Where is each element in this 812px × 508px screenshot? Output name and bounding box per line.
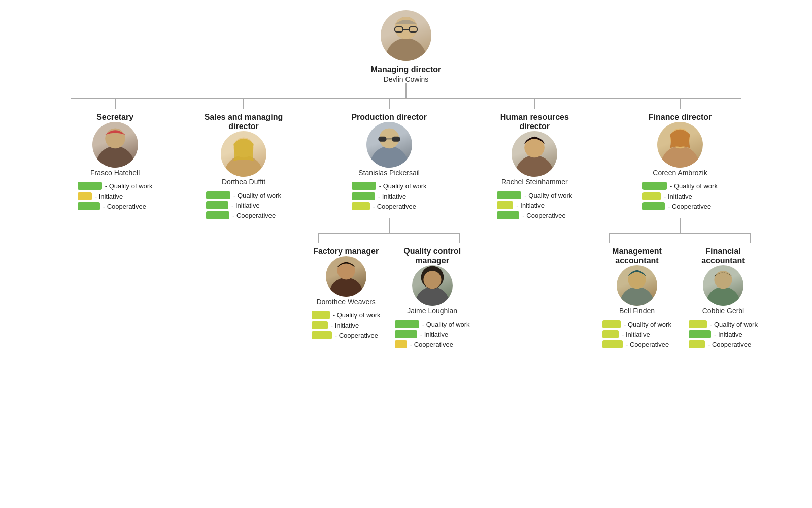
metric-row: - Initiative (497, 201, 572, 209)
metric-row: - Quality of work (352, 182, 427, 190)
metric-label: - Cooperativee (410, 341, 453, 348)
metric-bar (206, 191, 230, 199)
finance-level2-row: Management accountant Bell Finden (599, 243, 761, 348)
svg-point-25 (620, 287, 654, 306)
metric-row: - Cooperativee (312, 331, 381, 339)
vline-secretary (115, 99, 116, 109)
svg-point-23 (661, 146, 699, 168)
metric-bar (689, 340, 705, 348)
factory-title: Factory manager (313, 247, 379, 256)
top-node: Managing director Devlin Cowins (371, 10, 442, 83)
qc-title: Quality control manager (399, 247, 465, 265)
metric-label: - Quality of work (233, 192, 281, 199)
metric-bar (312, 311, 330, 319)
svg-point-17 (415, 287, 449, 306)
avatar-production (366, 122, 412, 168)
sales-metrics: - Quality of work - Initiative - Coopera… (206, 191, 281, 219)
metric-row: - Quality of work (395, 320, 470, 328)
metric-bar (642, 202, 665, 210)
metric-bar (602, 320, 621, 328)
vline-production (389, 99, 390, 109)
metric-row: - Quality of work (78, 182, 153, 190)
svg-point-15 (329, 277, 363, 297)
sales-title: Sales and managing director (203, 113, 284, 131)
avatar-managing (381, 10, 431, 61)
metric-bar (78, 182, 102, 190)
col-factory: Factory manager Dorothee Weavers (308, 243, 384, 348)
metric-bar (689, 330, 711, 338)
secretary-metrics: - Quality of work - Initiative - Coopera… (78, 182, 153, 210)
node-financial: Financial accountant Cobbie Gerbl (685, 243, 761, 348)
node-production: Production director Stanislas Pickersail (351, 109, 426, 210)
connector-top-down (405, 83, 407, 98)
vline-finance (680, 99, 681, 109)
metric-bar (312, 321, 328, 329)
node-secretary: Secretary Frasco Hatchell - Quality of w… (78, 109, 153, 210)
hr-title: Human resources director (494, 113, 575, 131)
col-mgmt: Management accountant Bell Finden (599, 243, 675, 348)
metric-label: - Cooperativee (232, 212, 276, 219)
avatar-qc (412, 265, 453, 306)
finance-title: Finance director (649, 113, 712, 122)
managing-director-name: Devlin Cowins (384, 75, 429, 83)
metric-row: - Initiative (312, 321, 381, 329)
avatar-factory (326, 256, 366, 297)
metric-bar (395, 320, 419, 328)
metric-label: - Initiative (516, 202, 545, 209)
metric-label: - Initiative (420, 331, 449, 338)
metric-label: - Quality of work (422, 321, 470, 328)
metric-bar (352, 202, 370, 210)
metric-row: - Cooperativee (642, 202, 718, 210)
metric-row: - Cooperativee (602, 340, 671, 348)
metric-row: - Quality of work (642, 182, 718, 190)
metric-bar (206, 211, 229, 219)
metric-row: - Cooperativee (206, 211, 281, 219)
metric-bar (395, 330, 417, 338)
metric-row: - Initiative (352, 192, 427, 200)
metric-bar (395, 340, 407, 348)
sales-name: Dorthea Duffit (222, 178, 265, 186)
metric-label: - Cooperativee (335, 332, 378, 339)
metric-row: - Cooperativee (497, 211, 572, 219)
metric-row: - Cooperativee (352, 202, 427, 210)
qc-name: Jaime Loughlan (407, 307, 457, 315)
production-metrics: - Quality of work - Initiative - Coopera… (352, 182, 427, 210)
svg-point-6 (96, 146, 134, 168)
metric-label: - Initiative (714, 331, 742, 338)
col-secretary: Secretary Frasco Hatchell - Quality of w… (51, 99, 179, 210)
metric-bar (642, 192, 661, 200)
metric-row: - Initiative (689, 330, 758, 338)
factory-name: Dorothee Weavers (316, 298, 375, 306)
metric-label: - Cooperativee (103, 203, 146, 210)
metric-row: - Cooperativee (395, 340, 470, 348)
metric-bar (78, 192, 92, 200)
metric-label: - Cooperativee (373, 203, 416, 210)
node-factory: Factory manager Dorothee Weavers (312, 243, 381, 339)
svg-point-27 (706, 287, 740, 306)
prod-level2-row: Factory manager Dorothee Weavers (308, 243, 470, 348)
metric-label: - Quality of work (624, 321, 671, 328)
metric-bar (642, 182, 667, 190)
svg-rect-12 (378, 137, 386, 142)
metric-bar (312, 331, 332, 339)
finance-metrics: - Quality of work - Initiative - Coopera… (642, 182, 718, 210)
metric-bar (689, 320, 707, 328)
metric-bar (206, 201, 228, 209)
financial-title: Financial accountant (685, 247, 761, 265)
avatar-secretary (92, 122, 138, 168)
metric-label: - Initiative (95, 193, 123, 200)
vline-prod-down (389, 218, 390, 233)
level1-row: Secretary Frasco Hatchell - Quality of w… (51, 99, 761, 348)
avatar-finance (657, 122, 703, 168)
metric-label: - Quality of work (710, 321, 758, 328)
vline-hr (534, 99, 535, 109)
metric-label: - Cooperativee (708, 341, 751, 348)
metric-label: - Initiative (622, 331, 650, 338)
metric-label: - Quality of work (379, 182, 427, 190)
node-qc: Quality control manager Jaime Loughlan (395, 243, 470, 348)
metric-row: - Initiative (206, 201, 281, 209)
svg-rect-13 (392, 137, 400, 142)
factory-metrics: - Quality of work - Initiative - Coopera… (312, 311, 381, 339)
metric-label: - Initiative (231, 202, 260, 209)
avatar-financial (703, 265, 743, 306)
